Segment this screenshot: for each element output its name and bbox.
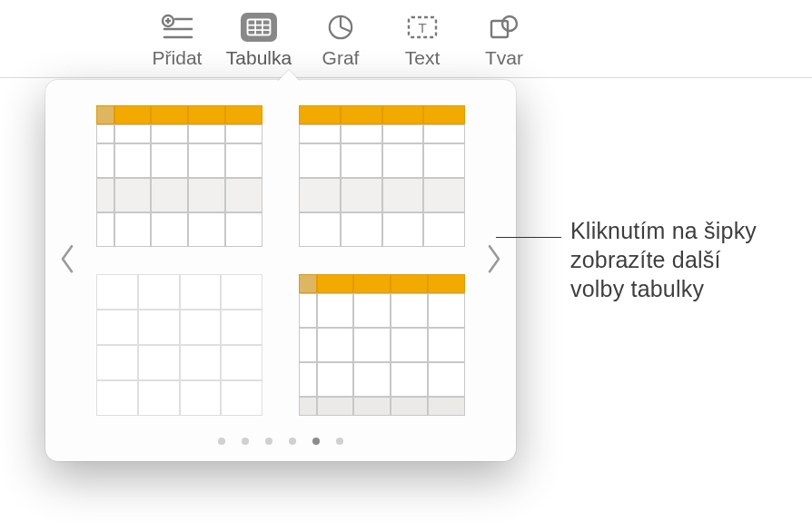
table-style-option[interactable] (299, 274, 465, 416)
svg-text:T: T (418, 20, 426, 35)
page-dot[interactable] (312, 438, 320, 445)
table-styles-popover (45, 80, 516, 461)
toolbar: Přidat Tabulka Graf T (0, 0, 812, 78)
page-indicator (45, 438, 516, 445)
toolbar-label: Graf (322, 47, 360, 69)
callout-leader-line (496, 237, 561, 238)
svg-rect-6 (248, 19, 271, 34)
table-preview-icon (299, 274, 465, 416)
toolbar-label: Tabulka (226, 47, 292, 69)
chart-icon (322, 13, 359, 42)
chevron-left-icon (59, 243, 75, 278)
table-preview-icon (96, 274, 262, 416)
table-style-option[interactable] (96, 105, 262, 247)
chevron-right-icon (486, 243, 502, 278)
insert-icon (159, 13, 195, 42)
table-style-option[interactable] (299, 105, 465, 247)
page-dot[interactable] (289, 438, 296, 445)
table-preview-icon (299, 105, 465, 247)
toolbar-insert-button[interactable]: Přidat (136, 13, 218, 69)
callout-line-3: volby tabulky (570, 274, 757, 303)
callout-line-2: zobrazíte další (570, 245, 757, 274)
table-preview-icon (96, 105, 262, 247)
popover-arrow (277, 68, 301, 81)
page-dot[interactable] (336, 438, 343, 445)
toolbar-chart-button[interactable]: Graf (300, 13, 381, 69)
textbox-icon: T (404, 13, 441, 42)
svg-point-15 (502, 16, 517, 31)
shape-icon (486, 13, 522, 42)
table-style-option[interactable] (96, 274, 262, 416)
toolbar-textbox-button[interactable]: T Text (381, 13, 463, 69)
toolbar-label: Přidat (153, 47, 203, 69)
toolbar-label: Text (405, 47, 441, 69)
page-dot[interactable] (218, 438, 225, 445)
previous-page-button[interactable] (54, 236, 80, 285)
next-page-button[interactable] (481, 236, 507, 285)
page-dot[interactable] (265, 438, 272, 445)
toolbar-table-button[interactable]: Tabulka (218, 13, 300, 69)
callout-line-1: Kliknutím na šipky (570, 216, 757, 245)
table-style-grid (96, 105, 465, 416)
callout-text: Kliknutím na šipky zobrazíte další volby… (570, 216, 757, 303)
toolbar-shape-button[interactable]: Tvar (463, 13, 545, 69)
page-dot[interactable] (242, 438, 249, 445)
toolbar-label: Tvar (485, 47, 523, 69)
table-icon (241, 13, 277, 42)
